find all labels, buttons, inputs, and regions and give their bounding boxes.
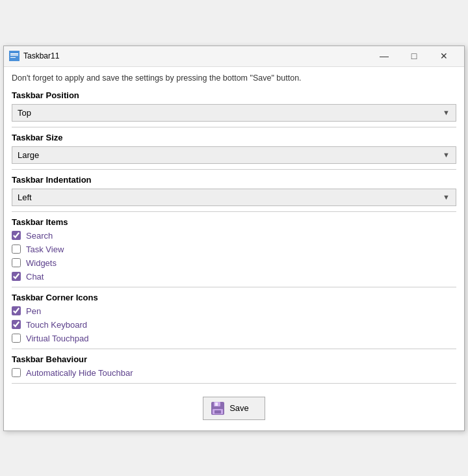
checkbox-search[interactable] — [12, 231, 21, 240]
taskbar-indentation-label: Taskbar Indentation — [12, 175, 456, 185]
taskbar-position-dropdown-wrapper: Top Bottom Left Right ▼ — [12, 104, 456, 122]
taskbar-position-label: Taskbar Position — [12, 90, 456, 100]
taskbar-indentation-dropdown[interactable]: Left Center Right — [12, 189, 456, 206]
taskbar-items-section: Taskbar Items Search Task View Widgets C… — [12, 217, 456, 282]
checkbox-widgets-label: Widgets — [26, 258, 57, 268]
info-text: Don't forget to apply and save the setti… — [12, 73, 456, 83]
checkbox-auto-hide[interactable] — [12, 368, 21, 377]
checkbox-item-pen[interactable]: Pen — [12, 306, 456, 316]
checkbox-pen[interactable] — [12, 306, 21, 315]
taskbar-position-section: Taskbar Position Top Bottom Left Right ▼ — [12, 90, 456, 122]
close-button[interactable]: ✕ — [429, 46, 459, 66]
taskbar-corner-icons-label: Taskbar Corner Icons — [12, 293, 456, 302]
taskbar-indentation-dropdown-wrapper: Left Center Right ▼ — [12, 189, 456, 206]
save-button[interactable]: Save — [203, 397, 265, 420]
divider-3 — [12, 211, 456, 212]
checkbox-pen-label: Pen — [26, 306, 41, 316]
taskbar-indentation-section: Taskbar Indentation Left Center Right ▼ — [12, 175, 456, 206]
divider-5 — [12, 349, 456, 349]
divider-2 — [12, 169, 456, 170]
checkbox-task-view[interactable] — [12, 245, 21, 254]
checkbox-virtual-touchpad-label: Virtual Touchpad — [26, 334, 88, 343]
checkbox-chat-label: Chat — [26, 272, 44, 282]
taskbar-items-label: Taskbar Items — [12, 217, 456, 227]
maximize-button[interactable]: □ — [399, 46, 429, 66]
checkbox-item-search[interactable]: Search — [12, 231, 456, 241]
app-window: Taskbar11 — □ ✕ Don't forget to apply an… — [3, 46, 465, 431]
taskbar-size-section: Taskbar Size Small Medium Large ▼ — [12, 133, 456, 164]
taskbar-size-dropdown-wrapper: Small Medium Large ▼ — [12, 146, 456, 164]
floppy-disk-icon — [210, 401, 226, 416]
checkbox-item-virtual-touchpad[interactable]: Virtual Touchpad — [12, 334, 456, 343]
checkbox-item-widgets[interactable]: Widgets — [12, 258, 456, 268]
svg-rect-2 — [10, 55, 18, 56]
minimize-button[interactable]: — — [369, 46, 399, 66]
checkbox-task-view-label: Task View — [26, 245, 64, 254]
save-section: Save — [12, 389, 456, 423]
window-controls: — □ ✕ — [369, 46, 459, 66]
checkbox-widgets[interactable] — [12, 258, 21, 267]
divider-4 — [12, 287, 456, 287]
divider-6 — [12, 383, 456, 384]
taskbar-corner-icons-section: Taskbar Corner Icons Pen Touch Keyboard … — [12, 293, 456, 343]
svg-rect-1 — [10, 53, 18, 55]
taskbar-size-dropdown[interactable]: Small Medium Large — [12, 146, 456, 164]
window-title: Taskbar11 — [23, 51, 369, 60]
svg-rect-6 — [215, 403, 218, 406]
taskbar-behaviour-label: Taskbar Behaviour — [12, 354, 456, 364]
taskbar-size-label: Taskbar Size — [12, 133, 456, 142]
app-icon — [9, 51, 20, 61]
checkbox-item-chat[interactable]: Chat — [12, 272, 456, 282]
svg-rect-8 — [214, 410, 221, 414]
title-bar: Taskbar11 — □ ✕ — [4, 46, 464, 67]
taskbar-behaviour-section: Taskbar Behaviour Automatically Hide Tou… — [12, 354, 456, 378]
checkbox-item-auto-hide[interactable]: Automatically Hide Touchbar — [12, 368, 456, 378]
checkbox-item-task-view[interactable]: Task View — [12, 245, 456, 254]
save-button-label: Save — [229, 403, 249, 413]
svg-rect-3 — [10, 57, 16, 58]
divider-1 — [12, 127, 456, 127]
checkbox-item-touch-keyboard[interactable]: Touch Keyboard — [12, 320, 456, 330]
checkbox-touch-keyboard[interactable] — [12, 320, 21, 329]
checkbox-auto-hide-label: Automatically Hide Touchbar — [26, 368, 133, 378]
window-content: Don't forget to apply and save the setti… — [4, 67, 464, 430]
checkbox-touch-keyboard-label: Touch Keyboard — [26, 320, 87, 330]
taskbar-position-dropdown[interactable]: Top Bottom Left Right — [12, 104, 456, 122]
checkbox-chat[interactable] — [12, 272, 21, 281]
checkbox-virtual-touchpad[interactable] — [12, 334, 21, 343]
checkbox-search-label: Search — [26, 231, 53, 241]
